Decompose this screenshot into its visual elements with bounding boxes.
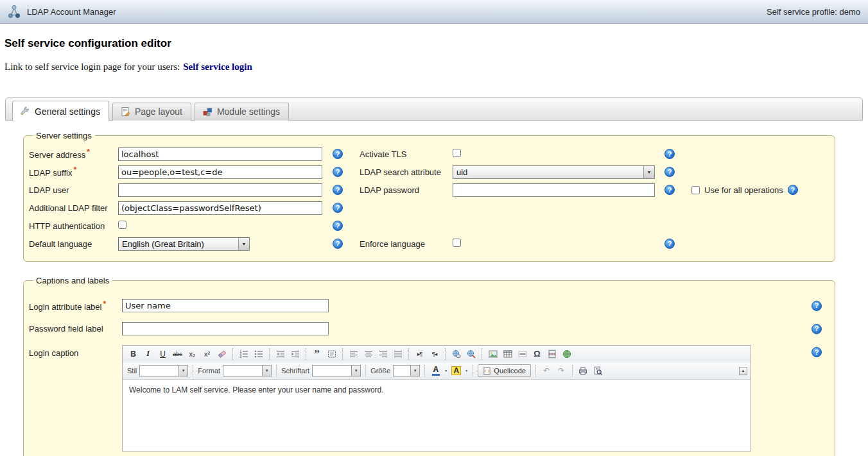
- ldap-user-input[interactable]: [118, 183, 322, 197]
- help-icon[interactable]: ?: [333, 167, 343, 177]
- text-color-button[interactable]: A: [429, 364, 442, 378]
- bold-icon[interactable]: B: [126, 347, 140, 360]
- bulleted-list-icon[interactable]: [252, 347, 265, 360]
- additional-filter-row: Additional LDAP filter ?: [29, 199, 829, 216]
- chevron-down-icon: ▼: [262, 366, 271, 376]
- ldap-suffix-label: LDAP suffix: [29, 169, 72, 178]
- svg-text:3: 3: [239, 355, 241, 359]
- help-icon[interactable]: ?: [333, 203, 343, 213]
- align-left-icon[interactable]: [347, 347, 360, 360]
- text-direction-rtl-icon[interactable]: ¶◂: [428, 347, 441, 360]
- undo-icon[interactable]: ↶: [540, 364, 553, 378]
- size-select[interactable]: ▼: [393, 365, 420, 376]
- toolbar-collapse-button[interactable]: ▲: [739, 367, 747, 375]
- ldap-user-row: LDAP user ? LDAP password ? Use for all …: [29, 182, 829, 198]
- link-icon[interactable]: [449, 347, 463, 360]
- editor-content-area[interactable]: Welcome to LAM self service. Please ente…: [123, 379, 751, 451]
- help-icon[interactable]: ?: [333, 239, 343, 249]
- help-icon[interactable]: ?: [812, 347, 822, 357]
- help-icon[interactable]: ?: [333, 149, 343, 159]
- chevron-down-icon: ▼: [410, 366, 419, 376]
- blockquote-icon[interactable]: ”: [310, 347, 324, 360]
- superscript-icon[interactable]: x²: [200, 347, 214, 360]
- additional-ldap-filter-input[interactable]: [118, 201, 322, 215]
- module-settings-icon: [202, 106, 213, 117]
- login-attribute-label-input[interactable]: [122, 299, 329, 312]
- font-select-label: Schriftart: [281, 367, 309, 375]
- page-break-icon[interactable]: [545, 347, 559, 360]
- required-marker: *: [103, 300, 106, 308]
- toolbar-separator: [306, 348, 306, 360]
- help-icon[interactable]: ?: [812, 301, 822, 311]
- password-field-label-input[interactable]: [122, 322, 329, 335]
- format-select-label: Format: [198, 367, 220, 375]
- redo-icon[interactable]: ↷: [555, 364, 568, 378]
- tab-label-general-settings: General settings: [35, 106, 100, 117]
- font-select[interactable]: ▼: [312, 365, 361, 376]
- justify-icon[interactable]: [391, 347, 404, 360]
- italic-icon[interactable]: I: [141, 347, 155, 360]
- login-attribute-label-row: Login attribute label* ?: [29, 299, 829, 312]
- ldap-password-input[interactable]: [453, 183, 655, 197]
- help-icon[interactable]: ?: [333, 221, 343, 231]
- help-icon[interactable]: ?: [664, 167, 675, 177]
- horizontal-rule-icon[interactable]: [516, 347, 529, 360]
- use-for-all-operations-checkbox[interactable]: [691, 186, 700, 194]
- text-direction-ltr-icon[interactable]: ▸¶: [413, 347, 426, 360]
- help-icon[interactable]: ?: [664, 239, 675, 249]
- page-title: Self service configuration editor: [4, 37, 868, 50]
- tab-page-layout[interactable]: Page layout: [112, 103, 191, 121]
- table-icon[interactable]: [501, 347, 514, 360]
- ldap-password-label: LDAP password: [360, 185, 419, 195]
- enforce-language-label: Enforce language: [360, 239, 425, 249]
- indent-icon[interactable]: [288, 347, 302, 360]
- toolbar-separator: [445, 348, 446, 360]
- remove-format-icon[interactable]: [215, 347, 229, 360]
- default-language-select[interactable]: English (Great Britain) ▼: [118, 237, 250, 251]
- preview-icon[interactable]: [591, 364, 605, 378]
- subscript-icon[interactable]: x₂: [186, 347, 199, 360]
- ldap-search-attribute-value: uid: [453, 167, 643, 177]
- lam-logo-icon: [6, 4, 22, 19]
- align-center-icon[interactable]: [361, 347, 375, 360]
- strikethrough-icon[interactable]: abc: [171, 347, 184, 360]
- outdent-icon[interactable]: [273, 347, 287, 360]
- help-icon[interactable]: ?: [788, 185, 798, 195]
- tab-module-settings[interactable]: Module settings: [195, 103, 289, 121]
- enforce-language-checkbox[interactable]: [453, 239, 461, 247]
- ldap-search-attribute-select[interactable]: uid ▼: [453, 165, 655, 179]
- print-icon[interactable]: [577, 364, 590, 378]
- http-authentication-checkbox[interactable]: [118, 221, 126, 229]
- server-settings-legend: Server settings: [33, 131, 95, 140]
- style-select[interactable]: ▼: [139, 365, 188, 376]
- background-color-button[interactable]: A: [449, 364, 463, 378]
- help-icon[interactable]: ?: [664, 185, 675, 195]
- help-icon[interactable]: ?: [812, 324, 822, 334]
- iframe-globe-icon[interactable]: [560, 347, 573, 360]
- tab-general-settings[interactable]: General settings: [12, 101, 109, 121]
- background-color-letter: A: [451, 366, 461, 375]
- chevron-down-icon[interactable]: ▼: [464, 369, 469, 373]
- default-language-label: Default language: [29, 239, 92, 249]
- self-service-login-link[interactable]: Self service login: [183, 62, 252, 72]
- help-icon[interactable]: ?: [664, 149, 675, 159]
- server-address-input[interactable]: [118, 148, 322, 161]
- chevron-down-icon[interactable]: ▼: [443, 369, 449, 373]
- format-select[interactable]: ▼: [223, 365, 272, 376]
- source-button-label: Quellcode: [494, 367, 526, 375]
- tab-bar: General settings Page layout Module sett…: [5, 97, 863, 121]
- ldap-suffix-input[interactable]: [118, 165, 322, 179]
- activate-tls-checkbox[interactable]: [453, 149, 461, 157]
- toolbar-separator: [342, 348, 343, 360]
- ldap-suffix-row: LDAP suffix* ? LDAP search attribute uid…: [29, 164, 829, 180]
- help-icon[interactable]: ?: [333, 185, 343, 195]
- source-button[interactable]: Quellcode: [478, 364, 531, 377]
- unlink-icon[interactable]: [464, 347, 478, 360]
- server-address-row: Server address* ? Activate TLS ?: [29, 146, 829, 162]
- image-icon[interactable]: [486, 347, 499, 360]
- div-container-icon[interactable]: [325, 347, 338, 360]
- special-char-icon[interactable]: Ω: [530, 347, 544, 360]
- align-right-icon[interactable]: [376, 347, 390, 360]
- numbered-list-icon[interactable]: 123: [237, 347, 250, 360]
- underline-icon[interactable]: U: [156, 347, 169, 360]
